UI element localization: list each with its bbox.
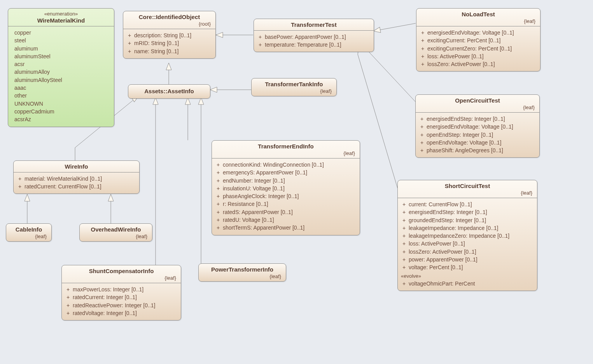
class-name: WireInfo bbox=[65, 163, 88, 170]
enum-item: other bbox=[13, 92, 111, 99]
class-name: NoLoadTest bbox=[462, 11, 495, 17]
attribute-text: power: ApparentPower [0..1] bbox=[409, 256, 478, 263]
attribute: +ratedU: Voltage [0..1] bbox=[217, 216, 357, 224]
class-name: ShortCircuitTest bbox=[445, 183, 490, 189]
attribute-text: voltageOhmicPart: PerCent bbox=[409, 280, 475, 287]
enum-item: aaac bbox=[13, 84, 111, 92]
attribute: +mRID: String [0..1] bbox=[128, 39, 212, 47]
class-body: +energisedEndStep: Integer [0..1] +energ… bbox=[416, 113, 539, 157]
attribute: +energisedEndVoltage: Voltage [0..1] bbox=[420, 123, 536, 131]
attribute-text: voltage: PerCent [0..1] bbox=[409, 264, 463, 270]
enum-item: acsrAz bbox=[13, 115, 111, 123]
attribute: +excitingCurrent: PerCent [0..1] bbox=[421, 37, 537, 44]
class-constraint: {root} bbox=[127, 21, 212, 27]
attribute-text: emergencyS: ApparentPower [0..1] bbox=[223, 169, 307, 176]
enum-item: steel bbox=[13, 37, 111, 44]
attribute-text: leakageImpedanceZero: Impedance [0..1] bbox=[409, 233, 509, 239]
attribute: +name: String [0..1] bbox=[128, 47, 212, 55]
class-cable-info: CableInfo {leaf} bbox=[6, 223, 52, 242]
class-transformer-test: TransformerTest +basePower: ApparentPowe… bbox=[254, 19, 374, 52]
attribute-text: current: CurrentFlow [0..1] bbox=[409, 201, 472, 207]
class-title: Core::IdentifiedObject {root} bbox=[123, 11, 215, 29]
class-title: «enumeration» WireMaterialKind bbox=[8, 9, 114, 26]
attribute-text: shortTermS: ApparentPower [0..1] bbox=[223, 225, 304, 231]
attribute: +leakageImpedance: Impedance [0..1] bbox=[402, 224, 534, 232]
attribute: +openEndStep: Integer [0..1] bbox=[420, 131, 536, 139]
attribute: +emergencyS: ApparentPower [0..1] bbox=[217, 169, 357, 176]
class-no-load-test: NoLoadTest {leaf} +energisedEndVoltage: … bbox=[416, 8, 541, 71]
class-asset-info: Assets::AssetInfo bbox=[128, 84, 210, 99]
class-constraint: {leaf} bbox=[10, 233, 47, 240]
class-overhead-wire-info: OverheadWireInfo {leaf} bbox=[79, 223, 152, 242]
attribute: +voltage: PerCent [0..1] bbox=[402, 263, 534, 271]
attribute: +lossZero: ActivePower [0..1] bbox=[402, 248, 534, 256]
attribute: +ratedCurrent: CurrentFlow [0..1] bbox=[18, 183, 136, 190]
attribute: +lossZero: ActivePower [0..1] bbox=[421, 60, 537, 68]
attribute-text: excitingCurrent: PerCent [0..1] bbox=[427, 37, 500, 44]
attribute-text: openEndVoltage: Voltage [0..1] bbox=[427, 139, 501, 146]
class-wire-info: WireInfo +material: WireMaterialKind [0.… bbox=[13, 160, 140, 194]
class-body: +material: WireMaterialKind [0..1] +rate… bbox=[14, 172, 139, 194]
attribute-text: connectionKind: WindingConnection [0..1] bbox=[223, 162, 324, 168]
class-short-circuit-test: ShortCircuitTest {leaf} +current: Curren… bbox=[397, 180, 537, 291]
attribute-text: ratedCurrent: CurrentFlow [0..1] bbox=[24, 183, 101, 190]
class-title: CableInfo {leaf} bbox=[6, 224, 51, 241]
class-title: ShortCircuitTest {leaf} bbox=[398, 180, 537, 198]
enum-item: copperCadmium bbox=[13, 108, 111, 115]
class-title: WireInfo bbox=[14, 161, 139, 172]
class-constraint: {leaf} bbox=[203, 273, 282, 280]
class-name: PowerTransformerInfo bbox=[211, 266, 273, 273]
class-wire-material-kind: «enumeration» WireMaterialKind copper st… bbox=[8, 8, 114, 127]
attribute: +current: CurrentFlow [0..1] bbox=[402, 200, 534, 208]
enum-item: aluminumAlloySteel bbox=[13, 76, 111, 84]
class-constraint: {leaf} bbox=[402, 190, 533, 196]
attribute-text: endNumber: Integer [0..1] bbox=[223, 178, 285, 184]
class-name: TransformerEndInfo bbox=[258, 143, 313, 150]
attribute-text: lossZero: ActivePower [0..1] bbox=[409, 249, 476, 255]
attribute-text: lossZero: ActivePower [0..1] bbox=[427, 61, 495, 67]
class-transformer-tank-info: TransformerTankInfo {leaf} bbox=[251, 78, 337, 96]
class-open-circuit-test: OpenCircuitTest {leaf} +energisedEndStep… bbox=[415, 94, 540, 158]
class-name: OverheadWireInfo bbox=[91, 226, 141, 233]
class-title: ShuntCompensatorInfo {leaf} bbox=[62, 265, 181, 283]
attribute: +leakageImpedanceZero: Impedance [0..1] bbox=[402, 232, 534, 240]
class-constraint: {leaf} bbox=[84, 233, 148, 240]
attribute: +ratedVoltage: Integer [0..1] bbox=[66, 309, 178, 317]
class-name: Core::IdentifiedObject bbox=[139, 14, 200, 20]
enum-item: aluminumAlloy bbox=[13, 68, 111, 76]
attribute-text: excitingCurrentZero: PerCent [0..1] bbox=[427, 45, 512, 52]
class-constraint: {leaf} bbox=[216, 150, 356, 157]
attribute-text: r: Resistance [0..1] bbox=[223, 201, 268, 207]
enum-item: acsr bbox=[13, 60, 111, 68]
class-name: Assets::AssetInfo bbox=[144, 88, 194, 94]
class-power-transformer-info: PowerTransformerInfo {leaf} bbox=[198, 263, 286, 282]
class-title: PowerTransformerInfo {leaf} bbox=[199, 264, 286, 281]
attribute-text: ratedVoltage: Integer [0..1] bbox=[73, 310, 137, 316]
class-title: NoLoadTest {leaf} bbox=[416, 9, 540, 26]
attribute: +ratedS: ApparentPower [0..1] bbox=[217, 208, 357, 216]
enum-item: aluminumSteel bbox=[13, 52, 111, 60]
class-constraint: {leaf} bbox=[255, 88, 332, 94]
enum-item: copper bbox=[13, 29, 111, 37]
class-name: WireMaterialKind bbox=[37, 17, 85, 24]
attribute-text: ratedCurrent: Integer [0..1] bbox=[73, 294, 137, 300]
class-body: +energisedEndVoltage: Voltage [0..1] +ex… bbox=[416, 26, 540, 71]
class-constraint: {leaf} bbox=[420, 104, 535, 111]
attribute: +loss: ActivePower [0..1] bbox=[402, 240, 534, 247]
attribute-text: phaseAngleClock: Integer [0..1] bbox=[223, 193, 299, 199]
class-title: OverheadWireInfo {leaf} bbox=[80, 224, 152, 241]
attribute-text: temperature: Temperature [0..1] bbox=[265, 42, 341, 48]
class-transformer-end-info: TransformerEndInfo {leaf} +connectionKin… bbox=[212, 140, 360, 235]
class-constraint: {leaf} bbox=[420, 18, 536, 24]
attribute-text: loss: ActivePower [0..1] bbox=[427, 53, 484, 59]
class-title: Assets::AssetInfo bbox=[128, 85, 210, 98]
evolve-body: +voltageOhmicPart: PerCent bbox=[398, 279, 537, 291]
attribute-text: ratedS: ApparentPower [0..1] bbox=[223, 209, 293, 215]
attribute-text: energisedEndVoltage: Voltage [0..1] bbox=[427, 124, 513, 130]
stereotype: «enumeration» bbox=[12, 11, 110, 17]
enum-item: UNKNOWN bbox=[13, 100, 111, 108]
attribute-text: name: String [0..1] bbox=[134, 48, 178, 54]
attribute-text: material: WireMaterialKind [0..1] bbox=[24, 176, 102, 182]
attribute: +endNumber: Integer [0..1] bbox=[217, 177, 357, 185]
attribute-text: description: String [0..1] bbox=[134, 32, 191, 38]
